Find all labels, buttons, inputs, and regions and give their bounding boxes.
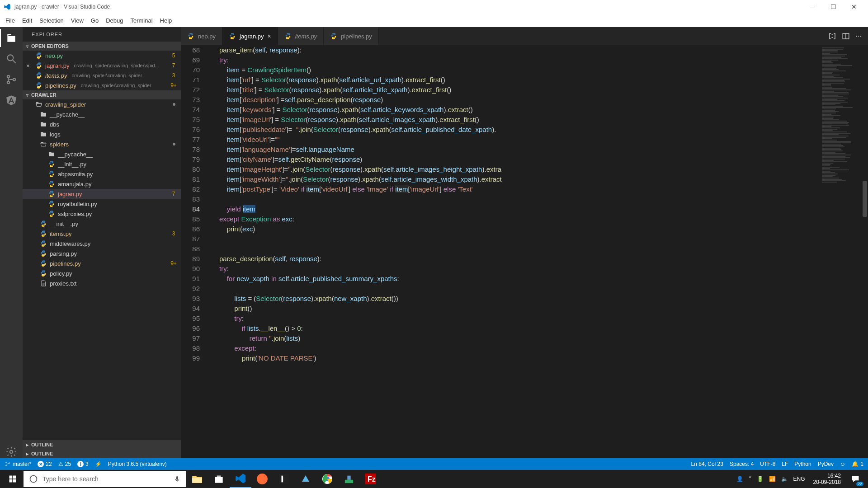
outline-header-2[interactable]: ▸OUTLINE [23,449,181,458]
python-interpreter[interactable]: Python 3.6.5 (virtualenv) [108,461,167,467]
start-button[interactable] [2,470,24,488]
close-icon[interactable]: × [268,33,271,40]
outline-header[interactable]: ▸OUTLINE [23,440,181,449]
notifications-icon[interactable]: 🔔1 [852,461,863,467]
errors-count[interactable]: ✕22 [38,461,52,467]
folder-item[interactable]: __pycache__ [23,109,181,119]
action-center-icon[interactable]: 22 [844,470,866,488]
menu-terminal[interactable]: Terminal [127,15,156,26]
file-item[interactable]: policy.py [23,268,181,278]
store-icon[interactable] [208,470,230,488]
crawler-header[interactable]: ▿CRAWLER [23,90,181,99]
vscode-icon [4,3,11,10]
postman-icon[interactable] [251,470,273,488]
minimap[interactable] [821,45,862,458]
menu-view[interactable]: View [67,15,87,26]
chrome-icon[interactable] [316,470,338,488]
tab-pipelines-py[interactable]: pipelines.py [324,27,379,45]
menu-edit[interactable]: Edit [19,15,36,26]
search-activity-icon[interactable] [5,52,18,65]
svg-point-4 [13,78,15,80]
split-editor-icon[interactable] [842,32,850,40]
file-item[interactable]: amarujala.py [23,179,181,189]
close-button[interactable]: ✕ [844,0,864,14]
folder-item[interactable]: logs [23,129,181,139]
menu-selection[interactable]: Selection [36,15,67,26]
volume-icon[interactable]: 🔈 [781,476,788,482]
svg-rect-56 [176,476,178,480]
app-icon-2[interactable] [295,470,316,488]
info-count[interactable]: i3 [77,461,89,467]
tab-items-py[interactable]: items.py [278,27,324,45]
svg-point-16 [50,171,51,172]
file-item[interactable]: pipelines.py9+ [23,258,181,268]
svg-point-22 [50,201,51,202]
more-icon[interactable]: ⋯ [855,33,862,40]
open-editor-item[interactable]: items.pycrawling_spider\crawling_spider3 [23,70,181,80]
app-icon-1[interactable] [273,470,295,488]
clock[interactable]: 16:42 20-09-2018 [810,473,844,485]
file-item[interactable]: royalbulletin.py [23,199,181,209]
wifi-icon[interactable]: 📶 [769,476,776,482]
eol[interactable]: LF [782,461,788,467]
cursor-position[interactable]: Ln 84, Col 23 [691,461,723,467]
folder-item[interactable]: dbs [23,119,181,129]
folder-item[interactable]: crawling_spider [23,99,181,109]
open-editor-item[interactable]: neo.py5 [23,51,181,61]
file-item[interactable]: parsing.py [23,249,181,258]
git-branch[interactable]: master* [5,461,31,467]
compare-icon[interactable] [828,32,836,40]
open-editor-item[interactable]: pipelines.pycrawling_spider\crawling_spi… [23,80,181,90]
taskbar-search[interactable]: Type here to search [24,471,186,487]
file-item[interactable]: sslproxies.py [23,209,181,219]
angular-icon[interactable] [5,94,18,107]
language-mode[interactable]: Python [794,461,811,467]
filezilla-icon[interactable]: Fz [360,470,382,488]
file-item[interactable]: proxies.txt [23,278,181,288]
vscode-taskbar-icon[interactable] [230,470,251,488]
open-editor-item[interactable]: ×jagran.pycrawling_spider\crawling_spide… [23,61,181,70]
svg-point-34 [42,261,42,261]
minimize-button[interactable]: ─ [802,0,823,14]
explorer-icon[interactable] [5,32,18,44]
menu-go[interactable]: Go [87,15,102,26]
svg-point-43 [288,38,289,38]
menu-help[interactable]: Help [156,15,176,26]
code-editor[interactable]: 6869707172737475767778798081828384858687… [181,45,868,458]
pydev[interactable]: PyDev [818,461,834,467]
people-icon[interactable]: 👤 [736,476,743,482]
file-explorer-icon[interactable] [186,470,208,488]
menu-debug[interactable]: Debug [102,15,127,26]
tab-neo-py[interactable]: neo.py [181,27,222,45]
file-item[interactable]: __init__.py [23,159,181,169]
file-item[interactable]: abpasmita.py [23,169,181,179]
close-icon[interactable]: × [26,62,30,69]
language-indicator[interactable]: ENG [793,476,805,482]
tab-jagran-py[interactable]: jagran.py× [222,27,278,45]
svg-point-0 [7,55,13,61]
live-share[interactable]: ⚡ [95,461,102,467]
file-item[interactable]: jagran.py7 [23,189,181,199]
file-item[interactable]: items.py3 [23,229,181,239]
feedback-icon[interactable]: ☺ [840,461,845,467]
settings-icon[interactable] [5,446,18,458]
folder-item[interactable]: spiders [23,139,181,149]
tray-expand-icon[interactable]: ˄ [749,476,751,482]
file-item[interactable]: middlewares.py [23,239,181,249]
mic-icon[interactable] [174,474,181,483]
svg-point-38 [189,33,190,34]
svg-rect-51 [9,476,13,479]
encoding[interactable]: UTF-8 [760,461,775,467]
sidebar: EXPLORER ▿OPEN EDITORS neo.py5×jagran.py… [23,27,181,458]
vertical-scrollbar[interactable] [862,45,868,458]
open-editors-header[interactable]: ▿OPEN EDITORS [23,42,181,51]
app-icon-3[interactable] [338,470,360,488]
warnings-count[interactable]: ⚠25 [58,461,71,467]
scm-icon[interactable] [5,73,18,86]
folder-item[interactable]: __pycache__ [23,149,181,159]
indentation[interactable]: Spaces: 4 [730,461,754,467]
battery-icon[interactable]: 🔋 [757,476,764,482]
file-item[interactable]: __init__.py [23,219,181,229]
menu-file[interactable]: File [2,15,19,26]
maximize-button[interactable]: ☐ [823,0,844,14]
